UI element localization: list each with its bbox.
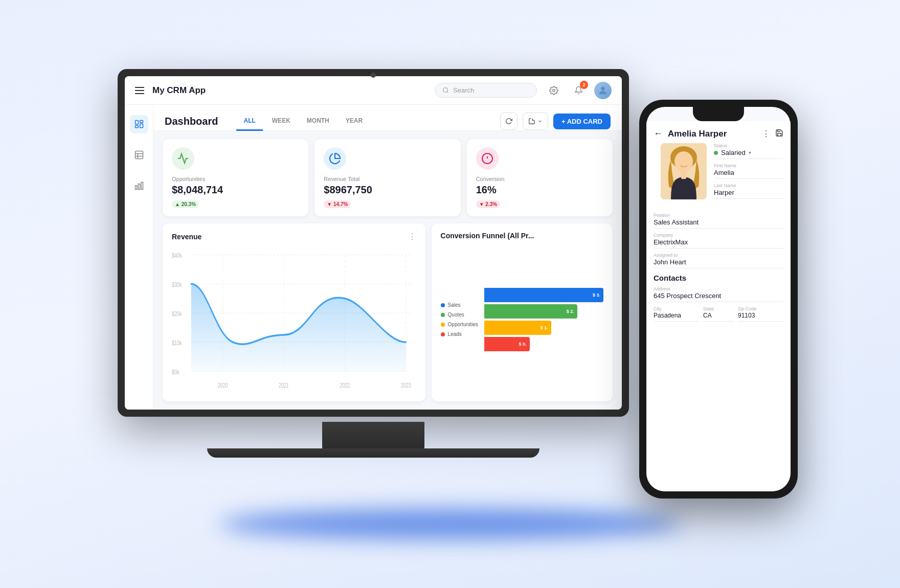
header-actions: + ADD CARD <box>500 112 611 130</box>
city-state-zip-row: City Pasadena State CA Zip C <box>654 306 783 322</box>
tab-month[interactable]: MONTH <box>300 112 336 131</box>
svg-rect-4 <box>140 121 143 123</box>
export-button[interactable] <box>523 112 548 130</box>
svg-rect-38 <box>681 171 686 179</box>
firstname-value[interactable]: Amelia <box>714 169 783 179</box>
user-avatar[interactable] <box>594 82 612 99</box>
revenue-icon <box>324 147 346 170</box>
legend-opportunities: Opportunities <box>441 322 478 327</box>
funnel-chart-title: Conversion Funnel (All Pr... <box>441 232 534 240</box>
main-content: Dashboard ALL WEEK MONTH YEAR <box>153 105 622 410</box>
lastname-value[interactable]: Harper <box>714 189 783 199</box>
hamburger-menu[interactable] <box>135 87 144 94</box>
laptop: My CRM App Search <box>118 69 629 453</box>
contact-name: Amelia Harper <box>668 129 757 139</box>
refresh-button[interactable] <box>500 112 518 130</box>
revenue-chart-header: Revenue ⋮ <box>172 232 416 241</box>
legend-quotes: Quotes <box>441 312 478 318</box>
revenue-change: ▼ 14.7% <box>324 200 351 208</box>
status-field-group: Status Salaried ▾ <box>714 143 783 159</box>
funnel-bar-opps-fill: $ 1. <box>484 321 551 335</box>
legend-dot-opps <box>441 323 445 327</box>
laptop-body: My CRM App Search <box>118 69 629 417</box>
stat-card-revenue: Revenue Total $8967,750 ▼ 14.7% <box>314 139 460 216</box>
funnel-container: Sales Quotes <box>441 246 603 393</box>
sidebar-item-chart[interactable] <box>130 176 148 195</box>
save-icon[interactable] <box>775 129 783 139</box>
position-value[interactable]: Sales Assistant <box>654 218 783 229</box>
funnel-bar-leads: $ 0. <box>484 337 603 351</box>
notification-badge: 2 <box>580 81 588 89</box>
settings-icon-btn[interactable] <box>545 82 562 99</box>
app-header: My CRM App Search <box>125 76 622 105</box>
revenue-chart-title: Revenue <box>172 233 201 241</box>
svg-text:2022: 2022 <box>340 381 350 389</box>
more-options-icon[interactable]: ⋮ <box>762 129 770 139</box>
svg-rect-5 <box>140 124 143 128</box>
contact-avatar <box>661 143 707 199</box>
svg-rect-12 <box>138 184 140 190</box>
tab-all[interactable]: ALL <box>236 112 262 131</box>
phone-header: ← Amelia Harper ⋮ <box>646 121 791 143</box>
svg-rect-13 <box>141 182 143 189</box>
app-title: My CRM App <box>152 85 206 96</box>
company-value[interactable]: ElectrixMax <box>654 238 783 248</box>
svg-text:$40k: $40k <box>172 252 182 259</box>
phone-header-icons: ⋮ <box>762 129 783 139</box>
legend-dot-quotes <box>441 313 445 317</box>
company-label: Company <box>654 233 783 238</box>
zip-label: Zip Code <box>738 306 783 311</box>
state-value[interactable]: CA <box>703 312 734 322</box>
charts-row: Revenue ⋮ <box>163 223 613 401</box>
revenue-label: Revenue Total <box>324 176 451 182</box>
city-field: City Pasadena <box>654 306 699 322</box>
back-button[interactable]: ← <box>654 128 663 139</box>
add-card-button[interactable]: + ADD CARD <box>553 114 611 129</box>
svg-point-37 <box>674 151 693 172</box>
tab-week[interactable]: WEEK <box>265 112 298 131</box>
phone-notch <box>693 107 744 121</box>
profile-fields: Status Salaried ▾ First Name <box>714 143 783 207</box>
assigned-field-group: Assigned to John Heart <box>654 253 783 268</box>
status-value[interactable]: Salaried ▾ <box>714 149 783 159</box>
legend-label-sales: Sales <box>448 302 461 308</box>
position-field-group: Position Sales Assistant <box>654 213 783 229</box>
city-value[interactable]: Pasadena <box>654 312 699 322</box>
tab-year[interactable]: YEAR <box>339 112 370 131</box>
phone-content: ← Amelia Harper ⋮ <box>646 121 791 491</box>
svg-point-2 <box>601 86 604 90</box>
sidebar <box>125 105 153 410</box>
funnel-legend: Sales Quotes <box>441 302 478 337</box>
stat-cards: Opportunities $8,048,714 ▲ 20.3% <box>163 139 613 216</box>
sidebar-item-list[interactable] <box>130 146 148 164</box>
city-label: City <box>654 306 699 311</box>
address-value[interactable]: 645 Prospect Crescent <box>654 292 783 302</box>
zip-value[interactable]: 91103 <box>738 312 783 322</box>
svg-text:$30k: $30k <box>172 281 182 288</box>
state-field: State CA <box>703 306 734 322</box>
svg-rect-6 <box>135 126 138 128</box>
legend-label-quotes: Quotes <box>448 312 464 318</box>
firstname-field-group: First Name Amelia <box>714 163 783 179</box>
contact-info: Address 645 Prospect Crescent City Pasad… <box>646 286 791 322</box>
revenue-chart-menu[interactable]: ⋮ <box>408 232 416 241</box>
conversion-icon <box>476 147 499 170</box>
assigned-value[interactable]: John Heart <box>654 258 783 268</box>
search-bar[interactable]: Search <box>435 83 537 98</box>
legend-dot-leads <box>441 332 445 336</box>
sidebar-item-contacts[interactable] <box>130 115 148 133</box>
laptop-camera <box>371 73 376 78</box>
state-label: State <box>703 306 734 311</box>
stat-card-conversion: Conversion 16% ▼ 2.3% <box>467 139 613 216</box>
lastname-label: Last Name <box>714 183 783 188</box>
funnel-bar-leads-fill: $ 0. <box>484 337 530 351</box>
legend-sales: Sales <box>441 302 478 308</box>
legend-leads: Leads <box>441 331 478 337</box>
notification-icon-btn[interactable]: 2 <box>570 82 587 99</box>
dashboard-body: Opportunities $8,048,714 ▲ 20.3% <box>153 131 622 410</box>
status-dropdown-arrow[interactable]: ▾ <box>749 150 751 155</box>
laptop-stand <box>322 422 424 453</box>
opportunities-value: $8,048,714 <box>172 184 299 196</box>
svg-text:2020: 2020 <box>218 381 228 389</box>
funnel-bar-opps: $ 1. <box>484 321 603 335</box>
